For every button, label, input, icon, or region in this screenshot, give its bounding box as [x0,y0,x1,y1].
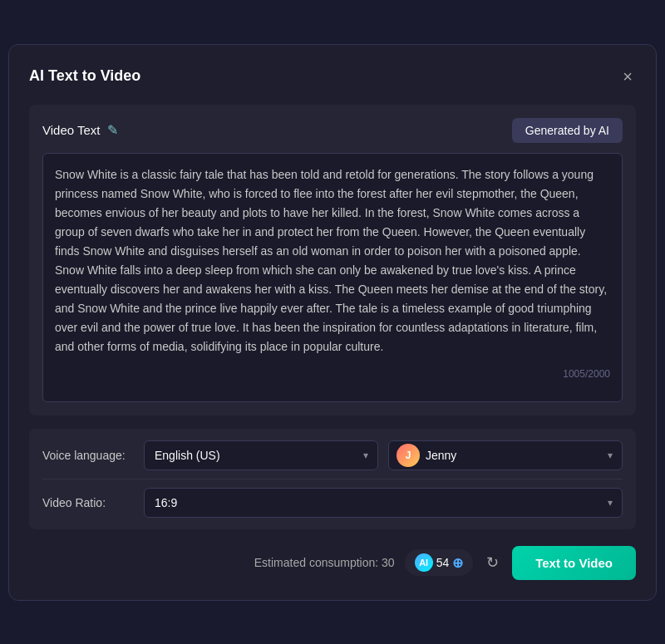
consumption-text: Estimated consumption: 30 [254,556,395,569]
voice-select-wrapper: J Jenny Aria Guy Emma Brian ▾ [388,440,623,470]
voice-language-row: Voice language: English (US) English (UK… [42,432,623,479]
refresh-button[interactable]: ↻ [483,550,502,575]
voice-select[interactable]: Jenny Aria Guy Emma Brian [388,440,623,470]
generated-by-ai-button[interactable]: Generated by AI [512,118,623,143]
settings-section: Voice language: English (US) English (UK… [29,429,636,529]
ai-icon-label: AI [419,558,428,568]
voice-language-wrapper: English (US) English (UK) Spanish French… [144,440,378,470]
generated-btn-label: Generated by AI [525,124,609,137]
section-header: Video Text ✎ Generated by AI [42,118,623,143]
video-text-area[interactable]: Snow White is a classic fairy tale that … [42,153,623,402]
video-text-section: Video Text ✎ Generated by AI Snow White … [29,105,636,415]
close-button[interactable]: × [619,65,636,88]
video-text-content: Snow White is a classic fairy tale that … [55,165,610,357]
footer: Estimated consumption: 30 AI 54 ⊕ ↻ Text… [29,546,636,580]
video-ratio-wrapper: 16:9 9:16 1:1 4:3 ▾ [144,488,623,518]
voice-language-select[interactable]: English (US) English (UK) Spanish French… [144,440,378,470]
video-ratio-row: Video Ratio: 16:9 9:16 1:1 4:3 ▾ [42,479,623,526]
video-ratio-label: Video Ratio: [42,496,134,509]
video-ratio-select[interactable]: 16:9 9:16 1:1 4:3 [144,488,623,518]
modal-container: AI Text to Video × Video Text ✎ Generate… [8,44,657,601]
credit-count: 54 [436,556,450,569]
ai-credit-icon: AI [415,553,433,572]
section-label: Video Text ✎ [42,122,118,138]
avatar: J [397,444,420,467]
text-to-video-button[interactable]: Text to Video [512,546,636,580]
video-text-label: Video Text [42,123,101,137]
voice-language-label: Voice language: [42,449,134,462]
modal-title: AI Text to Video [29,67,140,85]
edit-icon[interactable]: ✎ [107,122,118,138]
credit-badge: AI 54 ⊕ [405,549,474,576]
modal-header: AI Text to Video × [29,65,636,88]
char-count: 1005/2000 [55,366,610,382]
add-credits-icon[interactable]: ⊕ [452,555,463,571]
